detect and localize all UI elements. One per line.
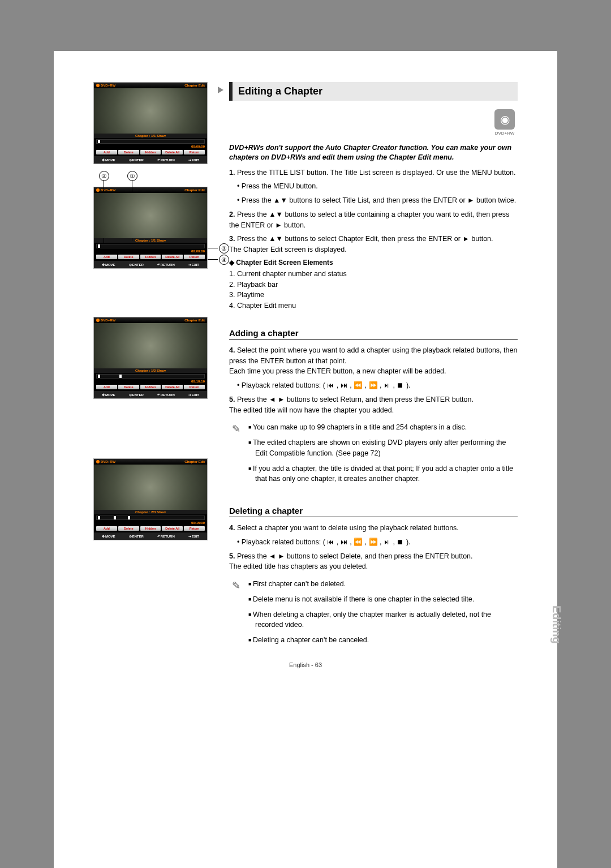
- screenshot-button-row: Add Delete Hidden Delete All Return: [94, 148, 207, 156]
- disc-type-icon: ◉ DVD+RW: [492, 109, 518, 136]
- chapter-edit-screenshot-4: DVD+RW Chapter Edit Chapter : 2/3 Show 0…: [93, 458, 208, 540]
- note-icon: ✎: [229, 422, 243, 436]
- screenshot-progress-bar: [96, 139, 205, 144]
- adding-notes-list: You can make up to 99 chapters in a titl…: [248, 422, 518, 489]
- screenshot-time: 00:00:00: [191, 145, 205, 148]
- side-tab-editing: Editing: [550, 605, 563, 644]
- screenshot-video-area: [94, 88, 207, 134]
- adding-chapter-heading: Adding a chapter: [229, 328, 518, 340]
- chapter-edit-screenshot-3: DVD+RW Chapter Edit Chapter : 1/2 Show 0…: [93, 317, 208, 399]
- chapter-edit-screenshot-2: DVD+RW Chapter Edit Chapter : 1/1 Show 0…: [93, 187, 208, 269]
- deleting-notes-list: First chapter can't be deleted. Delete m…: [248, 579, 518, 650]
- note-icon: ✎: [229, 579, 243, 592]
- callout-2-icon: ②: [99, 171, 109, 181]
- screenshot-btn-add: Add: [96, 150, 117, 154]
- adding-steps-list: 4. Select the point where you want to ad…: [229, 345, 518, 416]
- screen-elements-list: 1. Current chapter number and status 2. …: [229, 269, 518, 311]
- main-steps-list: 1. Press the TITLE LIST button. The Titl…: [229, 167, 518, 255]
- screen-elements-heading: Chapter Edit Screen Elements: [229, 259, 518, 267]
- callout-1-icon: ①: [127, 171, 137, 181]
- screenshot-mode-label: Chapter Edit: [184, 84, 205, 87]
- screenshot-nav-bar: ✥ MOVE ⊙ ENTER ↶ RETURN ⇥ EXIT: [94, 156, 207, 164]
- deleting-steps-list: 4. Select a chapter you want to delete u…: [229, 523, 518, 572]
- screenshot-btn-delete: Delete: [118, 150, 139, 154]
- section-title-editing-chapter: Editing a Chapter: [229, 82, 518, 101]
- deleting-chapter-heading: Deleting a chapter: [229, 506, 518, 517]
- screenshot-btn-deleteall: Delete All: [162, 150, 183, 154]
- page-footer: English - 63: [93, 661, 518, 668]
- chapter-edit-screenshot-1: DVD+RW Chapter Edit Chapter : 1/1 Show 0…: [93, 82, 208, 164]
- section-arrow-icon: [218, 87, 223, 93]
- intro-text: DVD+RWs don't support the Auto Chapter C…: [229, 143, 518, 163]
- screenshot-chapter-line: Chapter : 1/1 Show: [94, 134, 207, 138]
- callout-3-icon: ③: [219, 243, 229, 253]
- screenshot-btn-return: Return: [184, 150, 205, 154]
- screenshot-disc-label: DVD+RW: [96, 84, 115, 87]
- callout-4-icon: ④: [219, 255, 229, 265]
- screenshot-btn-hidden: Hidden: [140, 150, 161, 154]
